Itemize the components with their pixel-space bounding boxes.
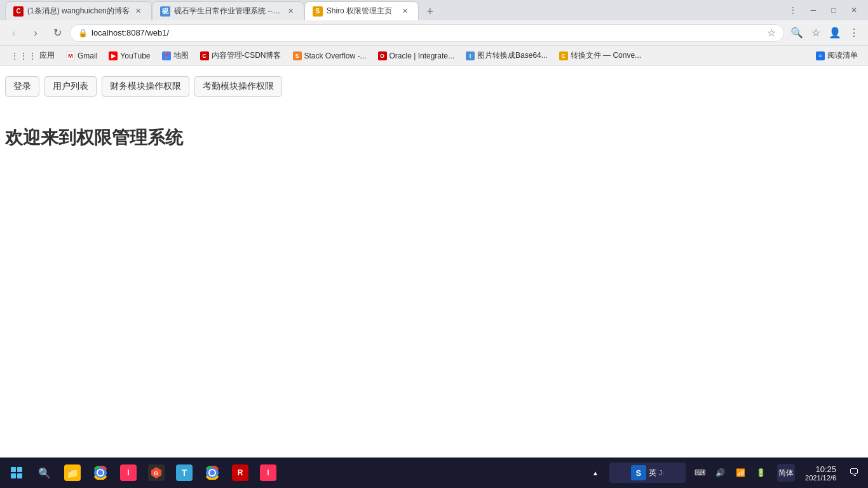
tabs-container: C (1条消息) wanghuichen的博客 ✕ 砚 砚石学生日常作业管理系统… bbox=[5, 0, 784, 20]
bookmark-readinglist[interactable]: ≡ 阅读清单 bbox=[811, 48, 863, 64]
tab-favicon-csdn: C bbox=[13, 6, 24, 17]
oracle-favicon: O bbox=[378, 51, 387, 60]
taskbar-idea-2[interactable]: I bbox=[255, 460, 281, 485]
bookmark-oracle[interactable]: O Oracle | Integrate... bbox=[373, 48, 460, 64]
ime-box[interactable]: S 英 J· bbox=[609, 463, 686, 483]
tab-favicon-shiro: S bbox=[313, 6, 323, 17]
window-controls: ⋮ ─ □ ✕ bbox=[784, 1, 863, 19]
so-favicon: S bbox=[293, 51, 302, 60]
page-content: 登录 用户列表 财务模块操作权限 考勤模块操作权限 欢迎来到权限管理系统 bbox=[0, 66, 868, 458]
svg-point-2 bbox=[98, 470, 103, 475]
tab-title-shiro: Shiro 权限管理主页 bbox=[327, 6, 397, 17]
maximize-button[interactable]: □ bbox=[825, 1, 843, 19]
tab-close-zhs[interactable]: ✕ bbox=[286, 6, 296, 17]
user-list-button[interactable]: 用户列表 bbox=[44, 76, 97, 97]
systray-up-arrow[interactable]: ▲ bbox=[587, 464, 604, 482]
star-icon[interactable]: ☆ bbox=[767, 27, 776, 39]
attendance-permission-button[interactable]: 考勤模块操作权限 bbox=[194, 76, 282, 97]
tab-favicon-zhs: 砚 bbox=[160, 6, 170, 17]
bookmark-csdn-label: 内容管理-CSDN博客 bbox=[212, 50, 281, 61]
bookmark-oracle-label: Oracle | Integrate... bbox=[390, 51, 455, 60]
taskbar-explorer[interactable]: 📁 bbox=[60, 460, 85, 485]
network-icon[interactable]: 📶 bbox=[731, 464, 749, 482]
tab-title-zhs: 砚石学生日常作业管理系统 -- 全... bbox=[174, 6, 282, 17]
git-icon: G bbox=[148, 464, 165, 481]
taskbar-git[interactable]: G bbox=[144, 460, 169, 485]
tab-title-csdn: (1条消息) wanghuichen的博客 bbox=[27, 6, 130, 17]
tab-zhs[interactable]: 砚 砚石学生日常作业管理系统 -- 全... ✕ bbox=[152, 1, 304, 20]
ime-s-icon: S bbox=[631, 465, 646, 480]
bookmark-youtube[interactable]: ▶ YouTube bbox=[104, 48, 155, 64]
taskbar-search[interactable]: 🔍 bbox=[32, 460, 57, 485]
back-button[interactable]: ‹ bbox=[5, 24, 23, 42]
bookmark-gmail-label: Gmail bbox=[78, 51, 97, 60]
idea-icon: I bbox=[120, 464, 137, 481]
reload-button[interactable]: ↻ bbox=[48, 24, 66, 42]
title-bar: C (1条消息) wanghuichen的博客 ✕ 砚 砚石学生日常作业管理系统… bbox=[0, 0, 868, 20]
windows-icon bbox=[11, 467, 22, 478]
explorer-icon: 📁 bbox=[64, 464, 81, 481]
taskbar-red-app[interactable]: R bbox=[227, 460, 253, 485]
bookmark-read-label: 阅读清单 bbox=[827, 50, 858, 61]
bookmark-stackoverflow[interactable]: S Stack Overflow -... bbox=[288, 48, 372, 64]
bookmark-apps[interactable]: ⋮⋮⋮ 应用 bbox=[5, 48, 60, 64]
taskbar-chrome-1[interactable] bbox=[88, 460, 113, 485]
lang-box[interactable]: 简体 bbox=[777, 464, 795, 482]
bookmark-maps[interactable]: 📍 地图 bbox=[157, 48, 194, 64]
bookmark-convert[interactable]: C 转换文件 — Conve... bbox=[554, 48, 646, 64]
settings-icon[interactable]: ⋮ bbox=[784, 1, 802, 19]
tab-shiro[interactable]: S Shiro 权限管理主页 ✕ bbox=[304, 1, 419, 20]
taskbar-chrome-2[interactable] bbox=[200, 460, 225, 485]
ime-lang-area: 简体 bbox=[775, 464, 797, 482]
bookmark-imgconvert[interactable]: I 图片转换成Base64... bbox=[461, 48, 553, 64]
toolbar: ‹ › ↻ 🔒 ☆ 🔍 ☆ 👤 ⋮ bbox=[0, 20, 868, 46]
lang-text: 简体 bbox=[778, 468, 794, 478]
taskbar-idea[interactable]: I bbox=[116, 460, 141, 485]
apps-icon: ⋮⋮⋮ bbox=[10, 51, 37, 61]
search-taskbar-icon: 🔍 bbox=[36, 464, 53, 481]
keyboard-icon[interactable]: ⌨ bbox=[691, 464, 709, 482]
welcome-heading: 欢迎来到权限管理系统 bbox=[0, 107, 868, 169]
typora-icon: T bbox=[176, 464, 193, 481]
youtube-favicon: ▶ bbox=[109, 51, 118, 60]
close-button[interactable]: ✕ bbox=[845, 1, 863, 19]
minimize-button[interactable]: ─ bbox=[804, 1, 822, 19]
login-button[interactable]: 登录 bbox=[5, 76, 39, 97]
tab-csdn[interactable]: C (1条消息) wanghuichen的博客 ✕ bbox=[5, 1, 152, 20]
new-tab-button[interactable]: + bbox=[421, 3, 439, 20]
bookmark-conv-label: 转换文件 — Conve... bbox=[571, 50, 641, 61]
system-clock[interactable]: 10:25 2021/12/6 bbox=[800, 464, 841, 482]
address-input[interactable] bbox=[92, 28, 763, 37]
volume-icon[interactable]: 🔊 bbox=[711, 464, 729, 482]
svg-point-6 bbox=[210, 470, 215, 475]
forward-button[interactable]: › bbox=[27, 24, 44, 42]
tab-close-shiro[interactable]: ✕ bbox=[400, 6, 410, 17]
finance-permission-button[interactable]: 财务模块操作权限 bbox=[102, 76, 189, 97]
taskbar-typora[interactable]: T bbox=[172, 460, 197, 485]
bookmark-so-label: Stack Overflow -... bbox=[304, 51, 367, 60]
readinglist-favicon: ≡ bbox=[816, 51, 825, 60]
account-icon[interactable]: 👤 bbox=[826, 24, 844, 42]
address-bar[interactable]: 🔒 ☆ bbox=[70, 24, 784, 42]
battery-icon[interactable]: 🔋 bbox=[752, 464, 770, 482]
search-icon[interactable]: 🔍 bbox=[788, 24, 806, 42]
bookmark-maps-label: 地图 bbox=[173, 50, 189, 61]
bookmarks-bar: ⋮⋮⋮ 应用 M Gmail ▶ YouTube 📍 地图 C 内容管理-CSD… bbox=[0, 46, 868, 66]
gmail-favicon: M bbox=[66, 51, 75, 60]
csdn-favicon: C bbox=[200, 51, 209, 60]
svg-text:G: G bbox=[154, 470, 158, 477]
menu-icon[interactable]: ⋮ bbox=[845, 24, 863, 42]
bookmark-icon[interactable]: ☆ bbox=[807, 24, 825, 42]
ime-text: 英 bbox=[649, 468, 656, 478]
bookmark-csdn[interactable]: C 内容管理-CSDN博客 bbox=[195, 48, 287, 64]
taskbar: 🔍 📁 I G bbox=[0, 458, 868, 488]
tab-close-csdn[interactable]: ✕ bbox=[133, 6, 144, 17]
bookmark-youtube-label: YouTube bbox=[120, 51, 150, 60]
idea-2-icon: I bbox=[260, 464, 276, 481]
clock-date: 2021/12/6 bbox=[805, 474, 836, 482]
bookmark-gmail[interactable]: M Gmail bbox=[61, 48, 102, 64]
red-app-icon: R bbox=[232, 464, 248, 481]
notification-button[interactable]: 🗨 bbox=[844, 460, 864, 485]
bookmark-apps-label: 应用 bbox=[39, 50, 55, 61]
start-button[interactable] bbox=[4, 460, 29, 485]
